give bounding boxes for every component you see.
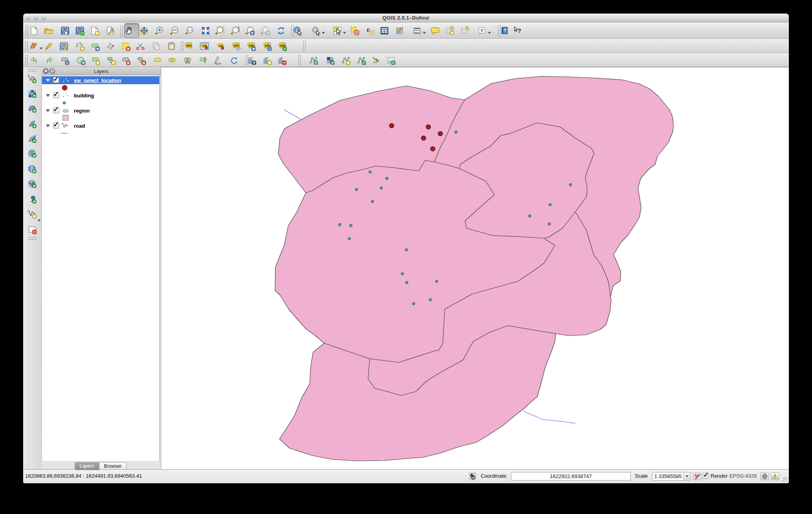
- svg-text:1:1: 1:1: [188, 28, 192, 32]
